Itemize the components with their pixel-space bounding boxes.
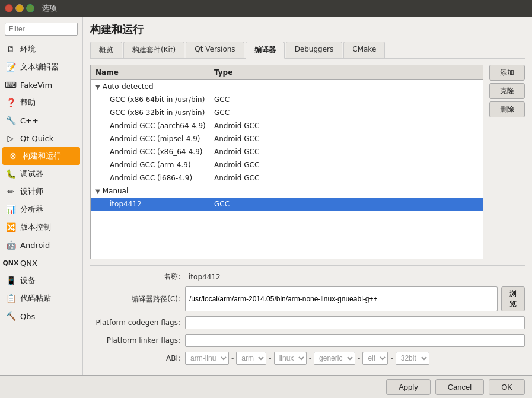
designer-icon: ✏ [5, 186, 17, 198]
sidebar-item-qbs[interactable]: 🔨 Qbs [0, 307, 82, 325]
close-button[interactable] [5, 4, 13, 12]
details-area: 名称: itop4412 编译器路径(C): 浏览 Platform codeg… [90, 265, 525, 370]
android-icon: 🤖 [5, 239, 17, 251]
abi-select-format[interactable]: elf [362, 352, 388, 365]
sidebar-label-analyzer: 分析器 [20, 204, 43, 215]
expand-icon-manual: ▼ [95, 188, 100, 195]
compiler-type-manual-0: GCC [209, 199, 483, 209]
compiler-row-3[interactable]: Android GCC (mipsel-4.9) Android GCC [91, 132, 483, 145]
cpp-icon: 🔧 [5, 114, 17, 126]
sidebar-item-fakevim[interactable]: ⌨ FakeVim [0, 76, 82, 94]
sidebar-item-debugger[interactable]: 🐛 调试器 [0, 165, 82, 183]
compiler-name-2: Android GCC (aarch64-4.9) [110, 122, 206, 130]
expand-icon-auto: ▼ [95, 84, 100, 90]
delete-button[interactable]: 删除 [489, 101, 525, 117]
codegen-label: Platform codegen flags: [90, 319, 185, 327]
device-icon: 📱 [5, 275, 17, 286]
abi-select-variant[interactable]: generic [314, 352, 355, 365]
compiler-row-1[interactable]: GCC (x86 32bit in /usr/bin) GCC [91, 106, 483, 119]
debugger-icon: 🐛 [5, 168, 17, 180]
group-manual[interactable]: ▼ Manual [91, 184, 483, 198]
group-type-manual [209, 190, 483, 192]
sidebar-item-designer[interactable]: ✏ 设计师 [0, 183, 82, 200]
sidebar-item-device[interactable]: 📱 设备 [0, 272, 82, 289]
apply-button[interactable]: Apply [386, 379, 431, 395]
dialog-footer: Apply Cancel OK [0, 375, 532, 398]
sidebar-item-qt-quick[interactable]: ▷ Qt Quick [0, 129, 82, 147]
sidebar-item-analyzer[interactable]: 📊 分析器 [0, 200, 82, 218]
compiler-type-2: Android GCC [209, 120, 483, 131]
help-icon: ❓ [5, 97, 17, 109]
cancel-button[interactable]: Cancel [435, 379, 484, 395]
sidebar-label-device: 设备 [20, 275, 36, 286]
minimize-button[interactable] [15, 4, 24, 12]
table-header: Name Type [91, 65, 483, 80]
tab-qt-versions[interactable]: Qt Versions [186, 42, 244, 58]
compiler-name-1: GCC (x86 32bit in /usr/bin) [110, 109, 205, 117]
sidebar-item-text-editor[interactable]: 📝 文本编辑器 [0, 58, 82, 76]
tab-cmake[interactable]: CMake [343, 42, 385, 58]
abi-select-os[interactable]: arm [236, 352, 266, 365]
sidebar-item-android[interactable]: 🤖 Android [0, 236, 82, 254]
sidebar-label-cpp: C++ [20, 116, 39, 125]
codegen-value [185, 316, 525, 329]
compiler-row-0[interactable]: GCC (x86 64bit in /usr/bin) GCC [91, 93, 483, 106]
environment-icon: 🖥 [5, 43, 17, 55]
sidebar-label-build-run: 构建和运行 [23, 151, 61, 161]
abi-select-bits[interactable]: 32bit [396, 352, 429, 365]
path-label: 编译器路径(C): [90, 294, 185, 304]
ok-button[interactable]: OK [489, 379, 525, 395]
fakevim-icon: ⌨ [5, 79, 17, 91]
compiler-row-manual-0[interactable]: itop4412 GCC [91, 198, 483, 211]
sidebar-label-version-control: 版本控制 [20, 222, 51, 233]
tab-debuggers[interactable]: Debuggers [286, 42, 343, 58]
maximize-button[interactable] [26, 4, 34, 12]
compiler-name-3: Android GCC (mipsel-4.9) [110, 135, 200, 143]
compiler-type-4: Android GCC [209, 147, 483, 157]
compiler-row-2[interactable]: Android GCC (aarch64-4.9) Android GCC [91, 119, 483, 132]
title-bar: 选项 [0, 0, 532, 17]
clone-button[interactable]: 克隆 [489, 83, 525, 99]
abi-select-platform[interactable]: linux [274, 352, 307, 365]
analyzer-icon: 📊 [5, 203, 17, 215]
compiler-name-4: Android GCC (x86_64-4.9) [110, 148, 203, 156]
main-panel: 构建和运行 概览 构建套件(Kit) Qt Versions 编译器 Debug… [83, 17, 532, 375]
sidebar-item-cpp[interactable]: 🔧 C++ [0, 112, 82, 129]
codegen-row: Platform codegen flags: [90, 316, 525, 329]
sidebar: 🖥 环境 📝 文本编辑器 ⌨ FakeVim ❓ 帮助 🔧 C++ ▷ Qt [0, 17, 83, 375]
add-button[interactable]: 添加 [489, 65, 525, 81]
sidebar-item-code-snippet[interactable]: 📋 代码粘贴 [0, 289, 82, 307]
window-title: 选项 [42, 3, 57, 14]
sidebar-item-build-run[interactable]: ⚙ 构建和运行 [2, 147, 80, 165]
abi-row: ABI: arm-linu - arm - lin [90, 352, 525, 365]
tab-compiler[interactable]: 编译器 [246, 42, 285, 59]
sidebar-label-debugger: 调试器 [20, 168, 43, 179]
codegen-input[interactable] [185, 316, 525, 329]
compiler-name-5: Android GCC (arm-4.9) [110, 161, 191, 169]
col-header-type: Type [209, 67, 483, 78]
browse-button[interactable]: 浏览 [501, 286, 525, 311]
linker-input[interactable] [185, 334, 525, 347]
group-type-auto [209, 85, 483, 88]
path-input[interactable] [185, 286, 498, 311]
compiler-type-0: GCC [209, 94, 483, 105]
compiler-type-1: GCC [209, 107, 483, 118]
compiler-row-4[interactable]: Android GCC (x86_64-4.9) Android GCC [91, 145, 483, 158]
compiler-list-container: Name Type ▼ Auto-detected GCC [90, 65, 483, 259]
tab-overview[interactable]: 概览 [90, 42, 122, 58]
linker-value [185, 334, 525, 347]
group-auto-detected[interactable]: ▼ Auto-detected [91, 80, 483, 93]
sidebar-item-environment[interactable]: 🖥 环境 [0, 40, 82, 58]
sidebar-item-help[interactable]: ❓ 帮助 [0, 94, 82, 112]
qbs-icon: 🔨 [5, 310, 17, 322]
filter-input[interactable] [5, 23, 78, 36]
abi-select-arch[interactable]: arm-linu [185, 352, 229, 365]
path-value: 浏览 [185, 286, 525, 311]
compiler-row-5[interactable]: Android GCC (arm-4.9) Android GCC [91, 158, 483, 171]
col-header-name: Name [91, 67, 209, 78]
sidebar-item-version-control[interactable]: 🔀 版本控制 [0, 218, 82, 236]
sidebar-item-qnx[interactable]: QNX QNX [0, 254, 82, 272]
tab-build-kit[interactable]: 构建套件(Kit) [123, 42, 184, 58]
compiler-type-5: Android GCC [209, 160, 483, 170]
compiler-row-6[interactable]: Android GCC (i686-4.9) Android GCC [91, 171, 483, 184]
